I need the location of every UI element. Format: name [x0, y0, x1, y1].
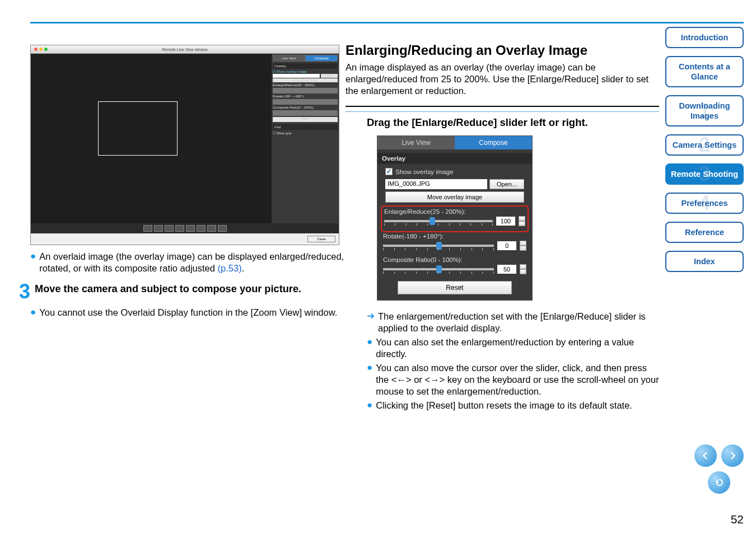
tool-icon[interactable] — [154, 225, 163, 232]
bullet-dot-icon: ● — [30, 251, 36, 274]
tab-compose[interactable]: Compose — [305, 55, 338, 62]
rotate-slider[interactable] — [383, 245, 494, 247]
divider — [346, 111, 659, 112]
tab-live-view[interactable]: Live View — [377, 136, 455, 149]
bullet-dot-icon: ● — [30, 307, 36, 318]
move-overlay-button[interactable]: Move overlay image — [273, 78, 338, 82]
bullet-dot-icon: ● — [367, 400, 372, 411]
window-titlebar: Remote Live View window — [31, 45, 339, 54]
reset-button[interactable]: Reset — [273, 117, 338, 122]
ratio-label: Composite Ratio(0 - 100%): — [273, 106, 338, 109]
live-view-area — [31, 54, 272, 223]
stepper-icon[interactable]: ▲▼ — [519, 216, 525, 226]
overlay-file-input[interactable]: IMG_0008.JPG — [385, 179, 487, 189]
tool-icon[interactable] — [143, 225, 152, 232]
checkbox-icon[interactable]: ✓ — [385, 168, 393, 175]
result-text: The enlargement/reduction set with the [… — [378, 311, 659, 334]
enlarge-value-input[interactable]: 100 — [496, 217, 515, 226]
overlay-file-input[interactable] — [273, 74, 320, 78]
ratio-slider[interactable] — [273, 110, 338, 116]
result-arrow-icon: ➜ — [367, 311, 375, 334]
bullet-text: An overlaid image (the overlay image) ca… — [39, 251, 358, 274]
enlarge-slider[interactable] — [384, 220, 493, 222]
pager — [694, 444, 744, 494]
bullet-dot-icon: ● — [367, 362, 372, 397]
nav-label: Camera Settings — [673, 140, 736, 149]
bullet-list: ● You cannot use the Overlaid Display fu… — [30, 307, 358, 318]
nav-label: Reference — [685, 228, 724, 237]
nav-camera-settings[interactable]: 2Camera Settings — [665, 134, 744, 156]
intro-text: An image displayed as an overlay (the ov… — [346, 62, 659, 97]
bullet-text: You can also move the cursor over the sl… — [376, 362, 659, 397]
sidebar-nav: IntroductionContents at a Glance1Downloa… — [665, 27, 744, 272]
tool-icon[interactable] — [186, 225, 195, 232]
prev-page-button[interactable] — [694, 444, 717, 467]
undo-icon — [714, 477, 724, 488]
nav-downloading-images[interactable]: 1Downloading Images — [665, 95, 744, 127]
nav-contents-at-a-glance[interactable]: Contents at a Glance — [665, 56, 744, 87]
window-title: Remote Live View window — [162, 48, 208, 51]
ratio-label: Composite Ratio(0 - 100%): — [382, 256, 528, 263]
move-overlay-button[interactable]: Move overlay image — [385, 191, 524, 203]
bullet-dot-icon: ● — [367, 336, 372, 360]
nav-remote-shooting[interactable]: 3Remote Shooting — [665, 163, 744, 185]
nav-index[interactable]: Index — [665, 251, 744, 272]
tool-icon[interactable] — [197, 225, 206, 232]
screenshot-compose-panel: Live View Compose Overlay ✓ Show overlay… — [377, 135, 533, 301]
sub-heading: Drag the [Enlarge/Reduce] slider left or… — [367, 116, 659, 129]
show-overlay-row: ✓ Show overlay image — [382, 166, 528, 177]
tool-icon[interactable] — [165, 225, 174, 232]
step-3: 3 Move the camera and subject to compose… — [19, 282, 358, 301]
left-column: Remote Live View window Live View Compos… — [30, 45, 358, 320]
stepper-icon[interactable]: ▲▼ — [520, 241, 526, 251]
highlight-enlarge-slider: Enlarge/Reduce(25 - 200%): 100 ▲▼ — [381, 205, 529, 232]
reset-button[interactable]: Reset — [398, 281, 512, 294]
toolbar-bottom — [31, 223, 339, 233]
rotate-value-input[interactable]: 0 — [497, 241, 516, 250]
enlarge-slider[interactable] — [273, 88, 338, 93]
page-number: 52 — [731, 513, 744, 526]
top-rule — [30, 22, 744, 24]
traffic-lights-icon — [34, 48, 48, 51]
divider — [346, 106, 659, 107]
section-overlay: Overlay — [273, 63, 338, 69]
nav-introduction[interactable]: Introduction — [665, 27, 744, 48]
nav-reference[interactable]: Reference — [665, 222, 744, 243]
section-heading: Enlarging/Reducing an Overlay Image — [346, 43, 659, 58]
open-button[interactable]: Open... — [321, 74, 338, 78]
show-grid-checkbox: ☐ Show grid — [273, 131, 338, 135]
section-grid: Grid — [273, 124, 338, 130]
enlarge-label: Enlarge/Reduce(25 - 200%): — [383, 208, 526, 215]
section-overlay: Overlay — [377, 153, 532, 164]
step-number: 3 — [19, 282, 30, 301]
close-button[interactable]: Close — [307, 236, 335, 242]
next-page-button[interactable] — [721, 444, 744, 467]
tool-icon[interactable] — [175, 225, 184, 232]
right-column: Enlarging/Reducing an Overlay Image An i… — [346, 43, 659, 413]
nav-label: Preferences — [681, 199, 727, 208]
nav-label: Contents at a Glance — [679, 62, 730, 81]
nav-preferences[interactable]: 4Preferences — [665, 193, 744, 214]
page-link[interactable]: (p.53) — [218, 263, 242, 273]
ratio-slider[interactable] — [383, 268, 494, 270]
open-button[interactable]: Open... — [489, 179, 524, 189]
tab-compose[interactable]: Compose — [455, 136, 532, 149]
tab-live-view[interactable]: Live View — [273, 55, 305, 62]
focus-rectangle — [98, 101, 178, 156]
rotate-slider[interactable] — [273, 99, 338, 105]
chevron-right-icon — [727, 451, 738, 461]
stepper-icon[interactable]: ▲▼ — [520, 264, 526, 274]
bullet-list: ● An overlaid image (the overlay image) … — [30, 251, 358, 274]
tool-icon[interactable] — [207, 225, 216, 232]
tool-icon[interactable] — [218, 225, 227, 232]
nav-label: Downloading Images — [679, 101, 730, 120]
nav-label: Introduction — [681, 33, 729, 42]
enlarge-label: Enlarge/Reduce(25 - 200%): — [273, 83, 338, 87]
rotate-label: Rotate(-180 - +180°): — [382, 233, 528, 240]
chevron-left-icon — [701, 451, 711, 461]
ratio-value-input[interactable]: 50 — [497, 265, 516, 274]
nav-label: Index — [694, 257, 715, 266]
bullet-text: You cannot use the Overlaid Display func… — [39, 307, 358, 318]
nav-label: Remote Shooting — [671, 170, 738, 179]
back-button[interactable] — [708, 471, 730, 494]
